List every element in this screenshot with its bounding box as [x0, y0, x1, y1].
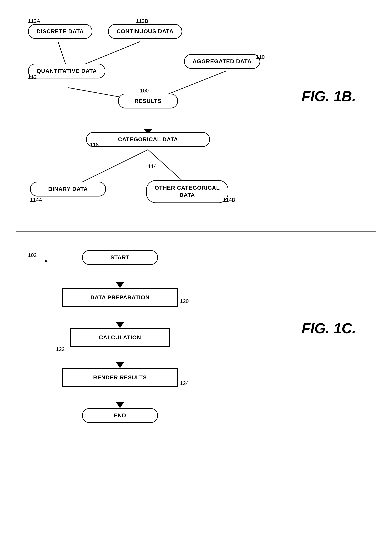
fig-1b-title: FIG. 1B.	[302, 88, 356, 104]
svg-marker-15	[116, 402, 124, 408]
fig-1c-section: 102 START DATA PREPARATION 120 CALCULATI…	[16, 244, 376, 524]
render-results-node: RENDER RESULTS	[62, 368, 178, 387]
svg-marker-13	[116, 362, 124, 368]
ref-120: 120	[180, 298, 189, 304]
other-categorical-data-node: OTHER CATEGORICAL DATA	[146, 180, 228, 203]
data-preparation-node: DATA PREPARATION	[62, 288, 178, 307]
continuous-data-node: CONTINUOUS DATA	[108, 24, 182, 39]
ref-110: 110	[256, 54, 265, 60]
svg-marker-11	[116, 322, 124, 328]
binary-data-node: BINARY DATA	[30, 182, 106, 197]
fig-1b-section: DISCRETE DATA 112A CONTINUOUS DATA 112B …	[16, 12, 376, 232]
ref-118: 118	[90, 142, 99, 148]
fig-1c-title: FIG. 1C.	[302, 320, 356, 337]
ref-124: 124	[180, 380, 189, 386]
ref-114b: 114B	[223, 197, 235, 203]
start-node: START	[82, 250, 158, 265]
ref-100: 100	[140, 88, 149, 94]
quantitative-data-node: QUANTITATIVE DATA	[28, 64, 105, 79]
ref-112: 112	[28, 74, 37, 80]
ref-102-arrow	[28, 252, 48, 264]
aggregated-data-node: AGGREGATED DATA	[184, 54, 260, 69]
discrete-data-node: DISCRETE DATA	[28, 24, 92, 39]
categorical-data-node: CATEGORICAL DATA	[86, 132, 210, 147]
ref-112a: 112A	[28, 18, 40, 24]
svg-marker-17	[45, 260, 48, 262]
results-node: RESULTS	[118, 94, 178, 108]
calculation-node: CALCULATION	[70, 328, 170, 347]
ref-122: 122	[56, 346, 65, 352]
end-node: END	[82, 408, 158, 423]
svg-marker-9	[116, 282, 124, 288]
ref-114a: 114A	[30, 197, 42, 203]
ref-112b: 112B	[136, 18, 148, 24]
svg-line-6	[78, 150, 148, 184]
ref-114: 114	[148, 163, 157, 170]
page: DISCRETE DATA 112A CONTINUOUS DATA 112B …	[0, 0, 392, 543]
